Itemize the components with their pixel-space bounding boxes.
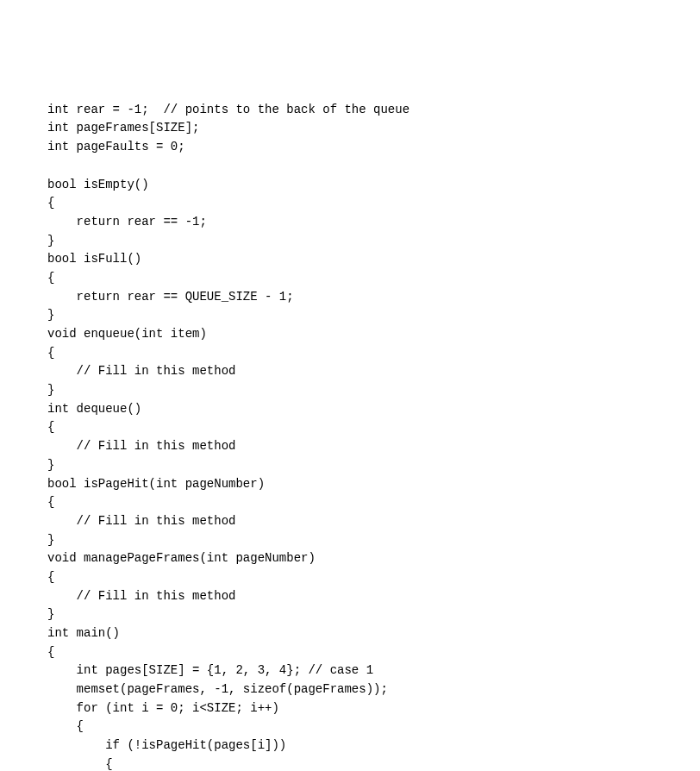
code-block: int rear = -1; // points to the back of … bbox=[47, 101, 653, 771]
